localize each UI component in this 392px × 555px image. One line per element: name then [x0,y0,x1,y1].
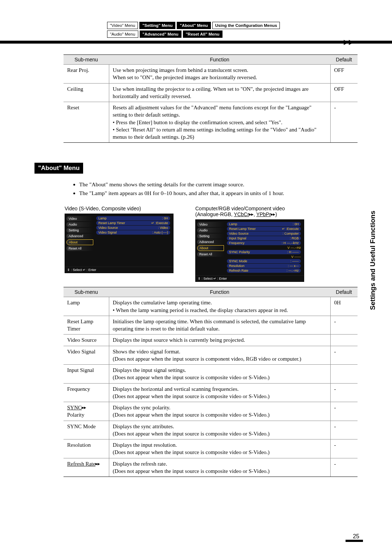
cell-func: Displays the sync polarity. (Does not ap… [109,402,330,421]
tab-using-config[interactable]: Using the Configuration Menus [212,22,280,29]
cell-name: Resolution [64,439,109,458]
table-row: Rear Proj. Use when projecting images fr… [64,65,358,84]
tab-advanced[interactable]: "Advanced" Menu [140,31,181,38]
osd-menu-item: Advanced [66,234,93,239]
table-row: Lamp Displays the cumulative lamp operat… [64,297,358,316]
col-default: Default [330,287,358,297]
osd-line: Frequency: H ---.--kHz [227,241,301,245]
section-side-label: Settings and Useful Functions [369,211,377,310]
tab-setting[interactable]: "Setting" Menu [139,22,175,29]
tab-audio[interactable]: "Audio" Menu [107,31,138,38]
cell-name: Rear Proj. [64,65,109,84]
osd-line: SYNC Mode: ------ [227,259,301,263]
osd-line: V ---.--Hz [227,246,301,250]
glossary-icon: ▸▸ [82,405,86,410]
osd-menu-item: Setting [66,228,93,233]
list-item: The "About" menu shows the setting detai… [79,180,358,189]
osd-menu-item: Advanced [197,239,224,244]
about-menu-heading: "About" Menu [34,163,83,174]
cell-name: Refresh Rate▸▸ [64,458,109,477]
table-row: Reset Lamp Timer Initialises the lamp op… [64,316,358,335]
osd-line: Reset Lamp Timer↵ :Execute [227,227,301,231]
osd-menu-item: Setting [197,234,224,239]
cell-func: Displays the cumulative lamp operating t… [109,297,330,316]
table-row: Refresh Rate▸▸ Displays the refresh rate… [64,458,358,477]
cell-def: 0H [330,297,358,316]
osd-line: Lamp: 0H [96,216,170,220]
table-row: Resolution Displays the input resolution… [64,439,358,458]
cell-def: - [330,402,358,421]
osd-line: Video Source: Computer [227,231,301,236]
osd-menu-item: Video [66,216,93,221]
osd-menu-item: Audio [197,228,224,233]
cell-name: Frequency [64,383,109,402]
cell-def: - [330,421,358,439]
caption-computer: Computer/RGB video/Component video (Anal… [195,206,304,217]
osd-menu-item: Reset All [66,246,93,251]
cell-func: Use when projecting images from behind a… [109,65,330,84]
cell-name: SYNC▸▸Polarity [64,402,109,421]
col-default: Default [330,55,358,65]
cell-func: Displays the input source which is curre… [109,335,330,346]
osd-line: Resolution: --- x--- [227,264,301,268]
cell-name: SYNC Mode [64,421,109,439]
about-menu-table: Sub-menu Function Default Lamp Displays … [64,287,358,477]
osd-line: Input Signal: RGB [227,236,301,240]
cell-name: Video Source [64,335,109,346]
cell-func: Displays the refresh rate. (Does not app… [109,458,330,477]
osd-menu-item-selected: About [197,245,224,251]
col-submenu: Sub-menu [64,55,109,65]
osd-video: Video Audio Setting Advanced About Reset… [65,214,173,273]
cell-func: Use when installing the projector to a c… [109,83,330,102]
osd-computer: Video Audio Setting Advanced About Reset… [195,219,304,282]
cell-func: Shows the video signal format. (Does not… [109,346,330,365]
osd-line: SYNC Polarity: H ------ [227,250,301,254]
corner-bar-icon [346,540,363,542]
osd-line: Reset Lamp Timer↵ :Execute [96,221,170,225]
cell-def: - [330,346,358,365]
cell-def: - [330,316,358,335]
tab-about[interactable]: "About" Menu [177,22,211,29]
table-row: Frequency Displays the horizontal and ve… [64,383,358,402]
cell-def: OFF [330,65,358,84]
osd-line: Video Source: Video [96,226,170,230]
cell-name: Lamp [64,297,109,316]
table-row: SYNC▸▸Polarity Displays the sync polarit… [64,402,358,421]
tab-video[interactable]: "Video" Menu [107,22,138,29]
cell-def: - [330,439,358,458]
table-row: Ceiling Use when installing the projecto… [64,83,358,102]
osd-footer: ⇕ : Select ↵ : Enter [65,267,173,273]
table-row: Video Source Displays the input source w… [64,335,358,346]
cell-func: Displays the sync attributes. (Does not … [109,421,330,439]
osd-menu-item: Audio [66,222,93,227]
cell-def: - [330,383,358,402]
col-function: Function [109,55,330,65]
osd-menu-item-selected: About [66,239,93,245]
glossary-icon: ▸▸ [271,212,275,217]
menu-tabs: "Video" Menu "Setting" Menu "About" Menu… [107,22,358,38]
cell-name: Reset Lamp Timer [64,316,109,335]
glossary-icon: ▸▸ [95,461,100,466]
table-row: SYNC Mode Displays the sync attributes. … [64,421,358,439]
osd-line: V ------ [227,255,301,259]
forward-arrow-icon: ▸▸ [344,36,354,48]
cell-name: Ceiling [64,83,109,102]
cell-func: Initialises the lamp operating time. Whe… [109,316,330,335]
about-notes: The "About" menu shows the setting detai… [73,180,358,198]
list-item: The "Lamp" item appears as 0H for 0–10 h… [79,189,358,198]
cell-def [330,335,358,346]
cell-func: Displays the input signal settings. (Doe… [109,365,330,384]
tab-resetall[interactable]: "Reset All" Menu [183,31,222,38]
cell-name: Video Signal [64,346,109,365]
glossary-icon: ▸▸ [249,212,253,217]
cell-func: Displays the horizontal and vertical sca… [109,383,330,402]
table-row: Video Signal Shows the video signal form… [64,346,358,365]
osd-menu-item: Reset All [197,252,224,257]
cell-def [330,365,358,384]
caption-video: Video (S-Video, Composite video) [65,206,173,211]
cell-name: Reset [64,102,109,143]
cell-def: OFF [330,83,358,102]
page-number: 25 [353,533,359,540]
osd-footer: ⇕ : Select ↵ : Enter [196,275,304,281]
table-row: Reset Resets all adjustment values for t… [64,102,358,143]
